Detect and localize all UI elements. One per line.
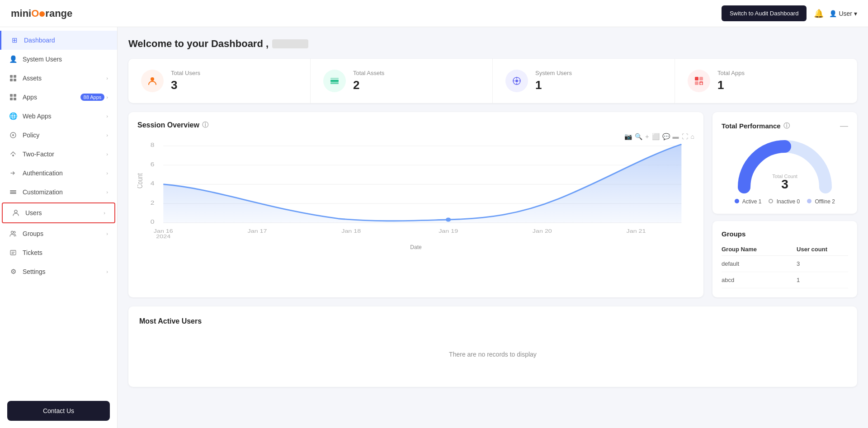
content-row: Session Overview ⓘ 📷 🔍 + ⬜ 💬 ▬ ⛶ ⌂ <box>128 112 857 297</box>
svg-rect-23 <box>330 78 339 80</box>
sidebar-item-users[interactable]: Users › <box>2 202 115 223</box>
groups-col-name: Group Name <box>722 243 769 256</box>
sidebar-item-apps[interactable]: Apps 88 Apps › <box>0 88 117 107</box>
header-icons: 🔔 👤 User ▾ <box>814 9 857 19</box>
system-users-value: 1 <box>535 78 572 92</box>
stat-total-assets: Total Assets 2 <box>311 59 493 103</box>
table-row: abcd 1 <box>722 272 848 288</box>
welcome-username <box>272 39 308 48</box>
right-panel: Total Performance ⓘ — Tota <box>712 112 857 297</box>
assets-chevron-icon: › <box>106 75 108 81</box>
svg-text:Count: Count <box>137 173 144 188</box>
stat-system-users: System Users 1 <box>493 59 675 103</box>
web-apps-icon: 🌐 <box>9 112 17 120</box>
session-overview-card: Session Overview ⓘ 📷 🔍 + ⬜ 💬 ▬ ⛶ ⌂ <box>128 112 703 297</box>
system-users-stat-icon <box>505 70 528 92</box>
svg-text:2: 2 <box>151 199 155 206</box>
sidebar-item-customization[interactable]: Customization › <box>0 183 117 202</box>
svg-rect-7 <box>14 98 16 100</box>
perf-legend: Active 1 Inactive 0 Offline 2 <box>722 198 848 205</box>
chart-zoom-icon[interactable]: 🔍 <box>635 133 642 140</box>
active-dot <box>735 199 739 203</box>
customization-chevron-icon: › <box>106 189 108 195</box>
legend-active: Active 1 <box>735 198 761 205</box>
chart-camera-icon[interactable]: 📷 <box>624 133 632 140</box>
notification-icon[interactable]: 🔔 <box>814 9 824 19</box>
svg-point-14 <box>14 210 17 213</box>
chart-container: 📷 🔍 + ⬜ 💬 ▬ ⛶ ⌂ 8 6 4 <box>137 136 694 254</box>
session-info-icon[interactable]: ⓘ <box>202 121 208 129</box>
svg-rect-28 <box>695 81 698 85</box>
logo-text: miniOrange <box>11 8 72 19</box>
sidebar-item-authentication[interactable]: Authentication › <box>0 164 117 183</box>
no-records-message: There are no records to display <box>139 333 846 376</box>
sidebar-item-system-users[interactable]: 👤 System Users <box>0 50 117 69</box>
table-row: default 3 <box>722 256 848 272</box>
chart-x-label: Date <box>137 244 694 250</box>
total-users-value: 3 <box>171 78 200 92</box>
svg-rect-6 <box>10 98 13 100</box>
web-apps-chevron-icon: › <box>106 113 108 119</box>
sidebar-item-settings[interactable]: ⚙ Settings › <box>0 262 117 281</box>
sidebar-label-system-users: System Users <box>23 56 62 63</box>
sidebar-item-tickets[interactable]: Tickets <box>0 243 117 262</box>
svg-rect-21 <box>330 80 339 82</box>
session-chart: 8 6 4 2 0 Count <box>137 136 694 240</box>
perf-info-icon[interactable]: ⓘ <box>783 122 790 130</box>
sidebar-item-assets[interactable]: Assets › <box>0 69 117 88</box>
svg-text:Jan 21: Jan 21 <box>627 228 646 234</box>
sidebar-label-authentication: Authentication <box>23 169 63 177</box>
sidebar-label-policy: Policy <box>23 132 39 139</box>
group-name-abcd: abcd <box>722 272 769 288</box>
groups-chevron-icon: › <box>106 231 108 236</box>
total-assets-label: Total Assets <box>353 70 384 76</box>
audit-dashboard-button[interactable]: Switch to Audit Dashboard <box>722 5 807 21</box>
groups-icon <box>9 230 17 238</box>
total-assets-value: 2 <box>353 78 384 92</box>
user-menu-button[interactable]: 👤 User ▾ <box>829 10 857 17</box>
stat-total-users: Total Users 3 <box>128 59 311 103</box>
svg-point-9 <box>12 134 14 136</box>
system-users-icon: 👤 <box>9 55 17 63</box>
policy-icon <box>9 131 17 139</box>
chart-bar-icon[interactable]: ▬ <box>673 133 679 140</box>
groups-table: Group Name User count default 3 abcd <box>722 243 848 288</box>
svg-rect-2 <box>10 79 13 81</box>
sidebar-item-web-apps[interactable]: 🌐 Web Apps › <box>0 107 117 126</box>
sidebar-label-apps: Apps <box>23 94 37 101</box>
users-chevron-icon: › <box>104 210 105 216</box>
sidebar-item-policy[interactable]: Policy › <box>0 126 117 145</box>
contact-us-button[interactable]: Contact Us <box>7 401 110 421</box>
svg-point-43 <box>446 217 451 221</box>
offline-dot <box>807 199 811 203</box>
sidebar-item-groups[interactable]: Groups › <box>0 224 117 243</box>
svg-rect-13 <box>10 193 16 194</box>
perf-title-text: Total Performance <box>722 122 781 130</box>
sidebar-label-web-apps: Web Apps <box>23 113 52 120</box>
inactive-label: Inactive 0 <box>777 198 800 205</box>
authentication-icon <box>9 169 17 177</box>
groups-card: Groups Group Name User count default 3 <box>712 221 857 297</box>
legend-offline: Offline 2 <box>807 198 835 205</box>
sidebar-item-dashboard[interactable]: ⊞ Dashboard <box>0 31 117 50</box>
welcome-text: Welcome to your Dashboard , <box>128 38 269 50</box>
most-active-title: Most Active Users <box>139 317 202 325</box>
chart-plus-icon[interactable]: + <box>645 133 649 140</box>
sidebar-item-two-factor[interactable]: Two-Factor › <box>0 145 117 164</box>
sidebar-label-dashboard: Dashboard <box>24 37 55 44</box>
sidebar-nav: ⊞ Dashboard 👤 System Users Assets <box>0 27 117 285</box>
chart-full-icon[interactable]: ⛶ <box>682 133 688 140</box>
chart-select-icon[interactable]: ⬜ <box>652 133 660 140</box>
header: miniOrange Switch to Audit Dashboard 🔔 👤… <box>0 0 868 27</box>
chart-comment-icon[interactable]: 💬 <box>662 133 670 140</box>
chart-home-icon[interactable]: ⌂ <box>691 133 694 140</box>
svg-point-25 <box>515 80 518 82</box>
sidebar-label-users: Users <box>25 209 42 216</box>
settings-chevron-icon: › <box>106 269 108 274</box>
system-users-label: System Users <box>535 70 572 76</box>
welcome-header: Welcome to your Dashboard , <box>128 38 857 50</box>
minimize-icon[interactable]: — <box>840 121 848 131</box>
svg-text:Jan 19: Jan 19 <box>439 228 458 234</box>
svg-point-10 <box>12 155 14 156</box>
svg-point-16 <box>14 231 15 233</box>
